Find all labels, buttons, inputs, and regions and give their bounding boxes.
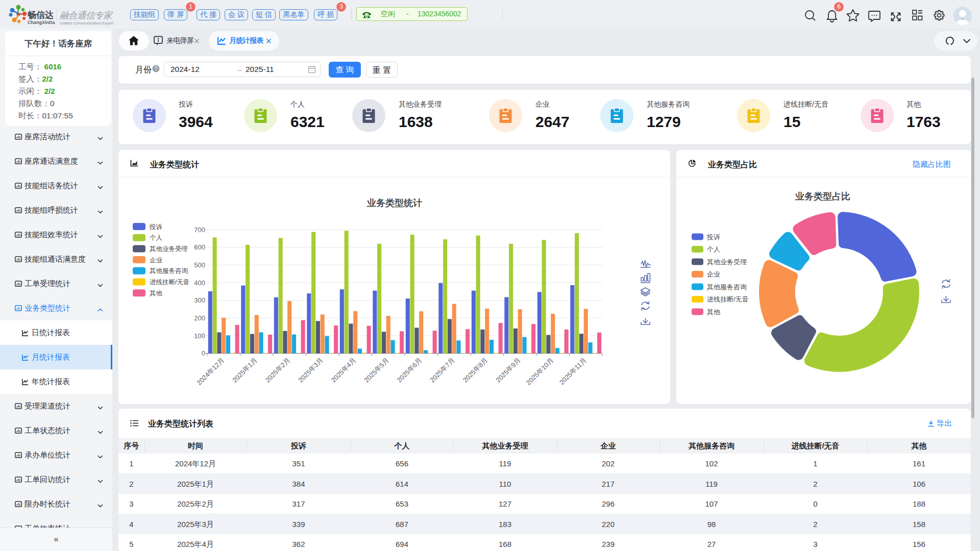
svg-text:2024年12月: 2024年12月 (195, 356, 226, 387)
svg-text:300: 300 (194, 296, 205, 304)
svg-text:2025年10月: 2025年10月 (525, 356, 555, 387)
svg-text:其他: 其他 (150, 290, 163, 297)
svg-text:其他服务咨询: 其他服务咨询 (150, 267, 188, 274)
svg-text:个人: 个人 (150, 234, 163, 241)
svg-text:500: 500 (194, 261, 205, 269)
svg-text:进线挂断/无音: 进线挂断/无音 (707, 295, 749, 303)
svg-text:2025年1月: 2025年1月 (231, 356, 259, 384)
svg-text:600: 600 (194, 243, 205, 251)
svg-text:2025年7月: 2025年7月 (428, 356, 456, 384)
svg-text:2025年2月: 2025年2月 (264, 356, 292, 384)
svg-text:2025年6月: 2025年6月 (396, 356, 424, 384)
svg-text:其他: 其他 (707, 308, 721, 316)
svg-text:其他服务咨询: 其他服务咨询 (707, 283, 747, 291)
svg-text:进线挂断/无音: 进线挂断/无音 (150, 279, 189, 286)
svg-text:2025年11月: 2025年11月 (558, 356, 588, 386)
svg-text:200: 200 (194, 314, 205, 322)
svg-text:企业: 企业 (150, 257, 163, 264)
svg-text:700: 700 (194, 226, 205, 234)
svg-text:2025年8月: 2025年8月 (461, 356, 489, 384)
svg-text:2025年9月: 2025年9月 (494, 356, 522, 384)
svg-text:其他业务受理: 其他业务受理 (150, 245, 188, 253)
svg-text:2025年4月: 2025年4月 (330, 356, 358, 384)
svg-text:其他业务受理: 其他业务受理 (707, 258, 747, 266)
svg-text:业务类型统计: 业务类型统计 (366, 198, 422, 208)
svg-text:400: 400 (194, 279, 205, 287)
svg-text:业务类型占比: 业务类型占比 (795, 191, 850, 202)
svg-text:2025年5月: 2025年5月 (362, 356, 390, 384)
svg-text:投诉: 投诉 (706, 233, 720, 241)
svg-text:0: 0 (202, 349, 205, 357)
svg-text:100: 100 (194, 332, 205, 340)
svg-text:企业: 企业 (707, 270, 720, 278)
svg-text:个人: 个人 (707, 245, 720, 253)
svg-text:?: ? (155, 66, 158, 71)
svg-text:投诉: 投诉 (149, 223, 163, 231)
svg-text:2025年3月: 2025年3月 (297, 356, 325, 384)
